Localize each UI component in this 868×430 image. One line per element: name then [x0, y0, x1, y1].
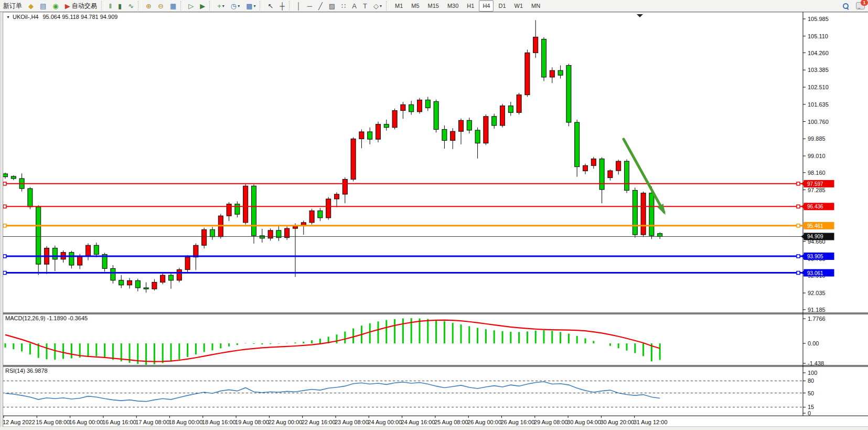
bull-candle[interactable]	[500, 106, 505, 125]
bull-candle[interactable]	[335, 194, 339, 199]
bear-candle[interactable]	[368, 132, 372, 139]
bear-candle[interactable]	[119, 280, 124, 285]
timeframe-h4[interactable]: H4	[479, 0, 494, 12]
bear-candle[interactable]	[260, 236, 264, 238]
resistance-line-1-handle[interactable]	[797, 182, 800, 185]
new-order-button[interactable]: 新订单	[1, 0, 25, 12]
timeframe-h1[interactable]: H1	[463, 0, 478, 12]
bear-candle[interactable]	[434, 101, 438, 129]
bear-candle[interactable]	[135, 281, 140, 288]
bear-candle[interactable]	[625, 161, 629, 190]
zoom-out-icon[interactable]: ⊖	[155, 0, 166, 12]
dropdown-caret-icon[interactable]: ▾	[238, 4, 240, 8]
bull-candle[interactable]	[608, 171, 613, 177]
bull-candle[interactable]	[392, 111, 397, 128]
bear-candle[interactable]	[28, 188, 33, 207]
bull-candle[interactable]	[268, 230, 273, 238]
bull-candle[interactable]	[401, 104, 405, 110]
bear-candle[interactable]	[558, 70, 563, 75]
bear-candle[interactable]	[318, 211, 323, 217]
add-indicator-icon[interactable]: +▾	[215, 0, 227, 12]
bull-candle[interactable]	[86, 245, 91, 256]
timeframe-m5[interactable]: M5	[408, 0, 423, 12]
templates-icon[interactable]: ▩▾	[243, 0, 258, 12]
mql-community-icon[interactable]: ◆	[26, 0, 36, 12]
bull-candle[interactable]	[417, 100, 422, 111]
timeframe-m1[interactable]: M1	[391, 0, 406, 12]
bull-candle[interactable]	[376, 124, 381, 139]
bar-chart-icon[interactable]: ‖	[106, 0, 114, 12]
text-icon[interactable]: A	[349, 0, 359, 12]
bear-candle[interactable]	[409, 104, 414, 111]
shapes-icon[interactable]: ◇▾	[371, 0, 384, 12]
bear-candle[interactable]	[649, 193, 654, 236]
timeframe-w1[interactable]: W1	[511, 0, 527, 12]
bull-candle[interactable]	[550, 70, 554, 77]
bear-candle[interactable]	[69, 253, 74, 265]
timeframe-m15[interactable]: M15	[424, 0, 443, 12]
bear-candle[interactable]	[252, 186, 256, 236]
resistance-line-1-handle[interactable]	[3, 182, 6, 185]
bear-candle[interactable]	[492, 117, 497, 125]
bear-candle[interactable]	[467, 120, 471, 130]
support-line-1-handle[interactable]	[3, 255, 6, 258]
bull-candle[interactable]	[185, 257, 190, 270]
periods-icon[interactable]: ◷▾	[228, 0, 242, 12]
bear-candle[interactable]	[3, 174, 8, 177]
chat-icon[interactable]: 1	[856, 2, 865, 9]
fibonacci-icon[interactable]: ∷	[339, 0, 348, 12]
chart-shift-icon[interactable]: ▶	[197, 0, 208, 12]
bull-candle[interactable]	[525, 53, 530, 95]
bear-candle[interactable]	[442, 129, 447, 140]
bull-candle[interactable]	[459, 120, 464, 131]
bear-candle[interactable]	[144, 288, 148, 289]
crosshair-icon[interactable]: ┼	[277, 0, 287, 12]
bull-candle[interactable]	[484, 117, 488, 143]
autotrade-button[interactable]: ▶自动交易	[62, 0, 100, 12]
vertical-line-icon[interactable]: │	[294, 0, 304, 12]
support-line-1-handle[interactable]	[797, 255, 800, 258]
price-chart[interactable]: 105.985105.110104.260103.385102.510101.6…	[0, 12, 868, 430]
bull-candle[interactable]	[127, 281, 132, 285]
bear-candle[interactable]	[384, 124, 389, 128]
bear-candle[interactable]	[508, 106, 513, 113]
bull-candle[interactable]	[78, 256, 82, 265]
chevron-down-icon[interactable]: ▼	[6, 15, 10, 19]
bull-candle[interactable]	[591, 159, 596, 166]
bear-candle[interactable]	[210, 229, 215, 236]
pivot-line-handle[interactable]	[3, 224, 6, 227]
bull-candle[interactable]	[616, 161, 621, 171]
bull-candle[interactable]	[227, 204, 231, 216]
auto-scroll-icon[interactable]: ▷	[186, 0, 196, 12]
bull-candle[interactable]	[359, 132, 364, 139]
bear-candle[interactable]	[169, 275, 174, 280]
bear-candle[interactable]	[235, 204, 240, 214]
bull-candle[interactable]	[351, 139, 356, 179]
text-label-icon[interactable]: T	[360, 0, 370, 12]
bear-candle[interactable]	[575, 122, 580, 167]
bear-candle[interactable]	[52, 248, 57, 259]
zoom-in-icon[interactable]: ⊕	[143, 0, 154, 12]
bull-candle[interactable]	[641, 193, 646, 235]
bear-candle[interactable]	[94, 245, 99, 254]
bull-candle[interactable]	[309, 211, 314, 222]
bull-candle[interactable]	[194, 245, 198, 257]
timeframe-d1[interactable]: D1	[495, 0, 509, 12]
bear-candle[interactable]	[111, 268, 115, 280]
bull-candle[interactable]	[160, 275, 165, 282]
resistance-line-2-handle[interactable]	[3, 205, 6, 208]
dropdown-caret-icon[interactable]: ▾	[222, 4, 224, 8]
bull-candle[interactable]	[342, 180, 347, 194]
chart-title[interactable]: ▼UKOil-,H495.064 95.118 94.781 94.909	[6, 14, 117, 20]
channel-icon[interactable]: ▨	[326, 0, 338, 12]
bull-candle[interactable]	[533, 37, 538, 53]
search-icon[interactable]	[843, 3, 849, 9]
bull-candle[interactable]	[202, 229, 207, 245]
bear-candle[interactable]	[599, 159, 604, 190]
tile-windows-icon[interactable]: ▦	[167, 0, 179, 12]
bull-candle[interactable]	[177, 270, 181, 280]
bull-candle[interactable]	[243, 186, 248, 223]
bear-candle[interactable]	[475, 130, 480, 143]
bear-candle[interactable]	[566, 65, 571, 122]
support-line-2-handle[interactable]	[3, 271, 6, 275]
